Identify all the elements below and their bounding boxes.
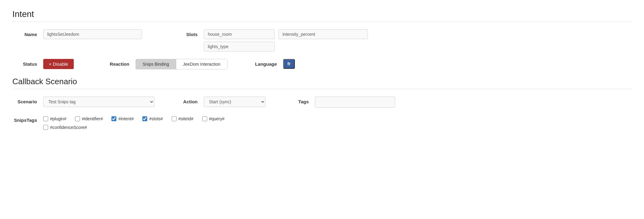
tag-checkbox-identifier[interactable] — [75, 116, 80, 121]
name-label: Name — [12, 29, 37, 37]
slots-group — [204, 29, 368, 52]
scenario-action-row: Scenario Test Snips tag Action Start (sy… — [12, 97, 632, 108]
tag-checkbox-slots[interactable] — [142, 116, 147, 121]
tag-item-identifier: #identifier# — [75, 116, 103, 121]
reaction-snips-binding[interactable]: Snips Binding — [136, 59, 176, 69]
slot2-input[interactable] — [278, 29, 368, 39]
name-input[interactable] — [43, 29, 142, 39]
tags-checkboxes: #plugin##identifier##intent##slots##site… — [43, 116, 277, 132]
status-label: Status — [12, 59, 37, 67]
tags-label: Tags — [284, 97, 309, 104]
tags-input[interactable] — [315, 97, 395, 108]
reaction-jeedom-interaction[interactable]: JeeDom Interaction — [176, 59, 227, 69]
scenario-select[interactable]: Test Snips tag — [43, 97, 154, 107]
reaction-label: Reaction — [105, 59, 129, 67]
tag-checkbox-siteId[interactable] — [172, 116, 177, 121]
tag-item-siteId: #siteId# — [172, 116, 194, 121]
tag-item-slots: #slots# — [142, 116, 163, 121]
slot3-input[interactable] — [204, 42, 275, 52]
reaction-toggle: Snips Binding JeeDom Interaction — [136, 59, 228, 69]
tag-label-confidenceScore: #confidenceScore# — [50, 125, 87, 130]
slots-row-2 — [204, 42, 368, 52]
tag-checkbox-plugin[interactable] — [43, 116, 48, 121]
tag-checkbox-query[interactable] — [202, 116, 207, 121]
action-label: Action — [173, 97, 198, 104]
status-reaction-row: Status × Disable Reaction Snips Binding … — [12, 59, 632, 69]
tag-label-siteId: #siteId# — [178, 116, 194, 121]
action-select[interactable]: Start (sync) — [204, 97, 266, 107]
language-button[interactable]: fr — [283, 59, 295, 69]
slots-label: Slots — [173, 29, 198, 37]
tag-checkbox-confidenceScore[interactable] — [43, 125, 48, 130]
tag-label-intent: #intent# — [118, 116, 134, 121]
snips-tags-row: SnipsTags #plugin##identifier##intent##s… — [12, 115, 632, 132]
tag-item-intent: #intent# — [111, 116, 134, 121]
callback-title: Callback Scenario — [12, 77, 632, 86]
tag-label-slots: #slots# — [149, 116, 163, 121]
slots-row-1 — [204, 29, 368, 39]
snips-tags-label: SnipsTags — [12, 115, 37, 123]
tag-item-confidenceScore: #confidenceScore# — [43, 125, 87, 130]
slot1-input[interactable] — [204, 29, 275, 39]
name-slots-row: Name Slots — [12, 29, 632, 52]
intent-divider — [12, 22, 632, 22]
disable-button[interactable]: × Disable — [43, 59, 74, 69]
tag-label-identifier: #identifier# — [82, 116, 103, 121]
intent-title: Intent — [12, 9, 632, 19]
tag-item-query: #query# — [202, 116, 225, 121]
callback-divider — [12, 89, 632, 89]
tag-label-plugin: #plugin# — [50, 116, 66, 121]
tag-checkbox-intent[interactable] — [111, 116, 116, 121]
language-label: Language — [252, 59, 277, 67]
tag-label-query: #query# — [209, 116, 225, 121]
tag-item-plugin: #plugin# — [43, 116, 66, 121]
scenario-label: Scenario — [12, 97, 37, 104]
